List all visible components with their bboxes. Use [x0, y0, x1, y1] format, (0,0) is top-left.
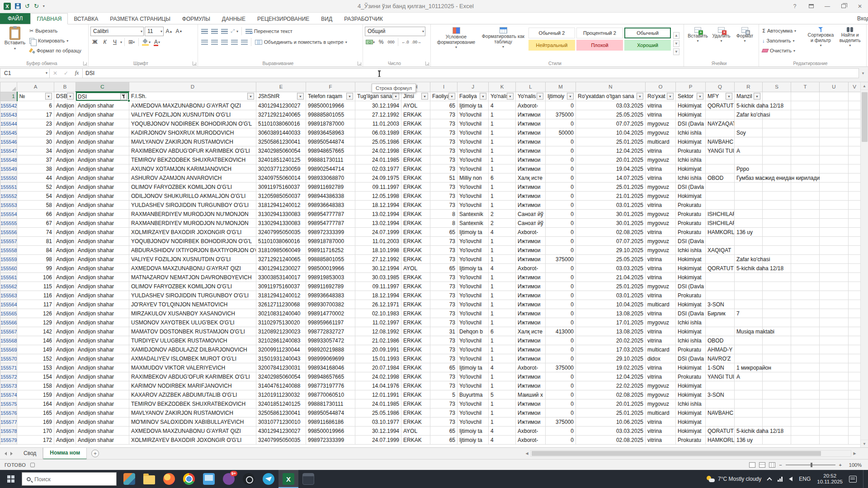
cell[interactable]: 17: [17, 110, 54, 119]
cell[interactable]: 106: [17, 273, 54, 282]
cell[interactable]: [791, 146, 820, 155]
cell[interactable]: [706, 273, 735, 282]
cell[interactable]: Ижтимои: [516, 318, 546, 327]
header-cell[interactable]: JShShIR▼: [256, 92, 306, 101]
number-dialog-launcher[interactable]: [425, 61, 429, 66]
filter-dropdown-icon[interactable]: ▼: [448, 93, 455, 100]
cell[interactable]: [791, 418, 820, 427]
cell[interactable]: [791, 119, 820, 128]
cell[interactable]: [820, 201, 849, 210]
cell[interactable]: ERKAK: [401, 146, 430, 155]
cell[interactable]: 73: [430, 408, 458, 418]
cell[interactable]: 0: [546, 336, 576, 345]
row-header[interactable]: 155575: [0, 399, 17, 408]
cell[interactable]: 99: [17, 264, 54, 273]
fill-handle[interactable]: [127, 99, 130, 102]
cell[interactable]: 30.03.1985: [355, 273, 401, 282]
cell[interactable]: Andijon shahar: [76, 291, 129, 300]
cell[interactable]: 1: [489, 192, 516, 201]
row-header[interactable]: 155569: [0, 345, 17, 354]
cell[interactable]: Yo'lovchil: [458, 399, 489, 408]
cell[interactable]: 998773197776: [306, 381, 355, 390]
cell[interactable]: [849, 101, 861, 110]
cell[interactable]: Andijon vi: [54, 372, 76, 381]
filter-dropdown-icon[interactable]: ▼: [392, 93, 399, 100]
cell[interactable]: 998954777787: [306, 219, 355, 228]
cell[interactable]: Ижтимои: [516, 164, 546, 174]
row-header[interactable]: 155549: [0, 164, 17, 174]
cell[interactable]: Andijon vi: [54, 192, 76, 201]
cell[interactable]: [791, 201, 820, 210]
cell[interactable]: Prokuratu: [676, 436, 706, 445]
cell[interactable]: 998911686186: [306, 418, 355, 427]
cell[interactable]: 65: [430, 101, 458, 110]
cell[interactable]: 30911975160037: [256, 282, 306, 291]
cell[interactable]: [791, 228, 820, 237]
cell[interactable]: 23: [17, 119, 54, 128]
cell[interactable]: DSI (Davla: [676, 119, 706, 128]
italic-button[interactable]: К: [100, 38, 109, 47]
row-header[interactable]: 155563: [0, 291, 17, 300]
cell[interactable]: 998770060510: [306, 390, 355, 399]
cell[interactable]: XOLMIRZAYEV BAXODIR JOXONGIR O'G'LI: [129, 436, 256, 445]
cell[interactable]: 31404761240088: [256, 381, 306, 390]
row-header[interactable]: 155548: [0, 155, 17, 164]
cell[interactable]: 998911692789: [306, 183, 355, 192]
cell[interactable]: 21.02.1986: [355, 336, 401, 345]
cell[interactable]: mygovuz: [646, 183, 676, 192]
zoom-out-button[interactable]: −: [779, 462, 782, 468]
cell[interactable]: [849, 354, 861, 363]
cell[interactable]: 34: [17, 146, 54, 155]
ribbon-tab-данные[interactable]: ДАННЫЕ: [216, 14, 251, 24]
cell[interactable]: 998954777787: [306, 210, 355, 219]
cell[interactable]: [763, 155, 791, 164]
cell[interactable]: 0: [546, 101, 576, 110]
cell[interactable]: 998950544874: [306, 137, 355, 146]
cell[interactable]: [820, 237, 849, 246]
cell[interactable]: 07.07.2025: [576, 237, 646, 246]
cell[interactable]: 13.08.2025: [576, 327, 646, 336]
cell[interactable]: 98: [17, 255, 54, 264]
cell[interactable]: [849, 427, 861, 436]
cell[interactable]: 1: [489, 309, 516, 318]
cell[interactable]: 20.01.2025: [576, 155, 646, 164]
cell[interactable]: [820, 418, 849, 427]
cell[interactable]: [763, 408, 791, 418]
horizontal-scrollbar[interactable]: ◀ ▶: [524, 450, 858, 457]
cell[interactable]: A: [735, 372, 763, 381]
cell[interactable]: 375000: [546, 110, 576, 119]
cell[interactable]: [706, 399, 735, 408]
row-header[interactable]: 155572: [0, 372, 17, 381]
cell[interactable]: 5: [430, 390, 458, 399]
zoom-slider-thumb[interactable]: [811, 463, 812, 467]
cell[interactable]: [763, 237, 791, 246]
cell[interactable]: [735, 137, 763, 146]
cell[interactable]: [820, 183, 849, 192]
cell[interactable]: KARIMOV NODIRBEK MARIFJANOVICH: [129, 381, 256, 390]
cell[interactable]: 32407995050035: [256, 436, 306, 445]
cell[interactable]: Andijon vi: [54, 255, 76, 264]
column-header-D[interactable]: D: [129, 82, 256, 92]
cell[interactable]: 30.01.2025: [576, 210, 646, 219]
row-header[interactable]: 155559: [0, 255, 17, 264]
cell[interactable]: [849, 219, 861, 228]
row-header-1[interactable]: 1: [0, 92, 17, 101]
cell[interactable]: ERKAK: [401, 201, 430, 210]
cell[interactable]: 27.12.1992: [355, 110, 401, 119]
cell[interactable]: [735, 336, 763, 345]
cell[interactable]: NAVRO'Z: [706, 354, 735, 363]
cell[interactable]: [820, 264, 849, 273]
cell[interactable]: [706, 183, 735, 192]
cell[interactable]: [849, 164, 861, 174]
cell[interactable]: vitrina: [646, 201, 676, 210]
cell[interactable]: HAMKORL: [706, 436, 735, 445]
cell[interactable]: vitrina: [646, 336, 676, 345]
cell[interactable]: ERKAK: [401, 327, 430, 336]
cancel-entry-icon[interactable]: ✕: [50, 70, 61, 76]
gallery-more-button[interactable]: ▼: [673, 48, 679, 55]
cell[interactable]: YULDASHEV SIROJIDDIN TURGUNBOY O'G'LI: [129, 201, 256, 210]
taskbar-app-obs[interactable]: [239, 470, 259, 488]
cell[interactable]: 375000: [546, 255, 576, 264]
row-header[interactable]: 155552: [0, 192, 17, 201]
filter-dropdown-icon[interactable]: ▼: [297, 93, 304, 100]
